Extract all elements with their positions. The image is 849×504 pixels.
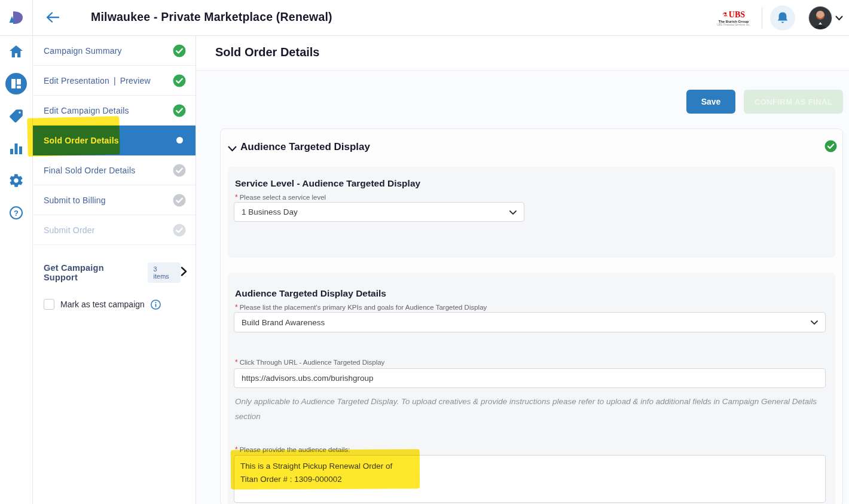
app-logo[interactable] [0, 0, 33, 36]
preview-link[interactable]: Preview [120, 76, 151, 85]
ubs-keys-icon: ⚗ [722, 12, 728, 19]
back-button[interactable] [44, 10, 61, 26]
ubs-brand-text: UBS [729, 11, 745, 20]
campaign-steps-sidebar: Campaign Summary Edit Presentation | Pre… [33, 36, 196, 504]
check-complete-icon [173, 104, 186, 117]
check-complete-icon [173, 44, 186, 57]
details-heading: Audience Targeted Display Details [235, 288, 386, 299]
ubs-logo: ⚗ UBS The Burish Group UBS Financial Ser… [714, 10, 753, 27]
svg-text:?: ? [14, 209, 19, 218]
get-campaign-support-button[interactable]: Get Campaign Support 3 items [33, 257, 196, 288]
main-area: Sold Order Details Save CONFIRM AS FINAL… [196, 36, 849, 504]
dropdown-chevron-icon [811, 318, 818, 327]
mark-as-test-checkbox[interactable] [44, 299, 54, 310]
test-campaign-row: Mark as test campaign [33, 295, 196, 313]
active-step-dot [176, 137, 186, 143]
service-level-heading: Service Level - Audience Targeted Displa… [235, 178, 420, 189]
service-level-label: *Please select a service level [235, 193, 326, 201]
kpi-select[interactable]: Build Brand Awareness [234, 312, 826, 332]
chevron-right-icon [181, 267, 187, 279]
ubs-subtext: UBS Financial Services Inc. [714, 24, 753, 27]
back-arrow-icon [45, 10, 60, 25]
section-complete-check-icon [824, 140, 837, 155]
help-icon[interactable]: ? [9, 206, 23, 222]
service-level-select[interactable]: 1 Business Day [234, 202, 524, 222]
required-marker: * [235, 193, 238, 201]
avatar-photo [809, 7, 832, 29]
page-title: Sold Order Details [215, 45, 320, 59]
kpi-label: *Please list the placement's primary KPI… [235, 303, 487, 311]
check-incomplete-icon [173, 194, 186, 207]
info-icon[interactable] [151, 300, 161, 310]
collapse-chevron-icon[interactable] [228, 143, 237, 154]
top-header: Milwaukee - Private Marketplace (Renewal… [0, 0, 849, 36]
sidebar-item-edit-presentation[interactable]: Edit Presentation | Preview [33, 66, 196, 96]
home-icon[interactable] [9, 45, 23, 60]
check-incomplete-icon [173, 164, 186, 177]
campaign-title: Milwaukee - Private Marketplace (Renewal… [91, 10, 332, 24]
details-panel: Audience Targeted Display Details *Pleas… [228, 273, 835, 504]
sidebar-item-sold-order-details[interactable]: Sold Order Details [33, 126, 196, 155]
account-menu-chevron[interactable] [835, 13, 843, 23]
section-title: Audience Targeted Display [240, 141, 370, 153]
bar-chart-icon[interactable] [9, 142, 23, 157]
sidebar-item-submit-to-billing[interactable]: Submit to Billing [33, 185, 196, 215]
tag-icon[interactable] [8, 108, 24, 126]
user-avatar[interactable] [808, 6, 832, 30]
upload-note-text: Only applicable to Audience Targeted Dis… [235, 394, 821, 424]
gear-icon[interactable] [8, 173, 24, 191]
header-divider [762, 7, 762, 29]
audience-targeted-display-card: Audience Targeted Display Service Level … [220, 129, 843, 504]
support-items-badge: 3 items [148, 262, 181, 283]
save-button[interactable]: Save [686, 90, 735, 114]
click-through-url-label: *Click Through URL - Audience Targeted D… [235, 358, 384, 366]
adcellerant-logo-icon [7, 10, 25, 26]
header-right-group: ⚗ UBS The Burish Group UBS Financial Ser… [714, 0, 844, 36]
notifications-button[interactable] [770, 5, 795, 30]
icon-rail: ? [0, 36, 33, 504]
service-level-panel: Service Level - Audience Targeted Displa… [228, 167, 835, 258]
page-title-bar: Sold Order Details [196, 36, 849, 71]
check-disabled-icon [173, 224, 186, 237]
dashboard-icon[interactable] [5, 72, 28, 97]
audience-details-textarea[interactable]: This is a Straight Pickup Renewal Order … [234, 455, 826, 503]
dropdown-chevron-icon [509, 207, 517, 216]
app-window: Milwaukee - Private Marketplace (Renewal… [0, 0, 849, 504]
confirm-as-final-button[interactable]: CONFIRM AS FINAL [744, 90, 843, 114]
sidebar-item-campaign-summary[interactable]: Campaign Summary [33, 36, 196, 66]
service-level-value: 1 Business Day [242, 207, 298, 216]
sidebar-item-final-sold-order-details[interactable]: Final Sold Order Details [33, 155, 196, 185]
sidebar-item-edit-campaign-details[interactable]: Edit Campaign Details [33, 96, 196, 126]
section-header[interactable]: Audience Targeted Display [221, 129, 842, 167]
sidebar-item-submit-order: Submit Order [33, 215, 196, 245]
check-complete-icon [173, 74, 186, 87]
click-through-url-input[interactable] [234, 368, 826, 388]
kpi-value: Build Brand Awareness [242, 318, 325, 327]
chevron-down-icon [835, 16, 843, 21]
bell-icon [777, 11, 789, 25]
audience-details-label: *Please provide the audience details: [235, 445, 350, 454]
content-area: Save CONFIRM AS FINAL Audience Targeted … [196, 71, 849, 504]
